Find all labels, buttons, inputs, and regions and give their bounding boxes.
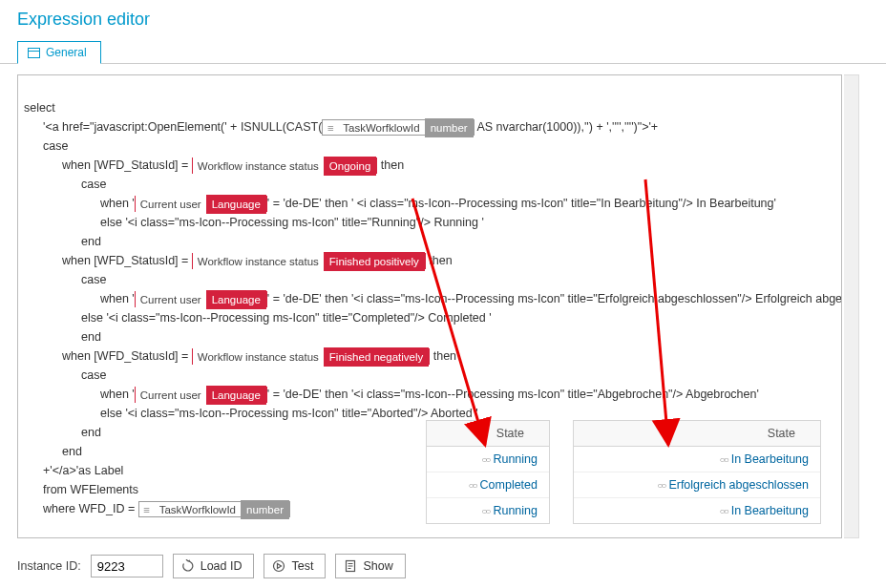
list-item[interactable]: ○○Running (427, 447, 549, 472)
footer-bar: Instance ID: Load ID Test Show (17, 554, 406, 578)
preview-header: State (427, 421, 549, 447)
token-wfstatus-ongoing[interactable]: Workflow instance statusOngoing (192, 158, 377, 174)
processing-icon: ○○ (720, 506, 728, 516)
folder-icon (28, 48, 40, 58)
list-icon: ≡ (323, 120, 338, 135)
processing-icon: ○○ (481, 506, 489, 516)
preview-table-de: State ○○In Bearbeitung ○○Erfolgreich abg… (573, 420, 821, 524)
token-curuser-lang-3[interactable]: Current userLanguage (135, 387, 267, 403)
document-icon (344, 559, 357, 573)
instance-id-label: Instance ID: (17, 559, 81, 573)
token-curuser-lang-1[interactable]: Current userLanguage (135, 196, 267, 212)
processing-icon: ○○ (720, 454, 728, 465)
tab-general[interactable]: General (17, 41, 101, 64)
load-id-button[interactable]: Load ID (173, 554, 255, 578)
processing-icon: ○○ (468, 480, 475, 491)
preview-table-en: State ○○Running ○○Completed ○○Running (426, 420, 550, 524)
token-wfstatus-finneg[interactable]: Workflow instance statusFinished negativ… (192, 348, 430, 365)
page-title: Expression editor (0, 0, 886, 37)
svg-point-2 (274, 561, 285, 572)
token-curuser-lang-2[interactable]: Current userLanguage (135, 291, 267, 307)
list-item[interactable]: ○○Completed (427, 472, 549, 498)
list-item[interactable]: ○○Erfolgreich abgeschlossen (574, 472, 820, 498)
processing-icon: ○○ (481, 454, 489, 465)
list-item[interactable]: ○○In Bearbeitung (574, 447, 820, 472)
tab-bar: General (0, 37, 886, 64)
play-icon (272, 559, 285, 573)
token-wfstatus-finpos[interactable]: Workflow instance statusFinished positiv… (192, 253, 426, 269)
show-button[interactable]: Show (335, 554, 405, 578)
preview-header: State (574, 421, 820, 447)
test-button[interactable]: Test (264, 554, 326, 578)
token-taskworkflowid[interactable]: ≡TaskWorfklowIdnumber (322, 119, 474, 136)
processing-icon: ○○ (657, 480, 664, 491)
refresh-icon (181, 559, 195, 573)
list-item[interactable]: ○○In Bearbeitung (574, 498, 820, 523)
list-icon: ≡ (139, 502, 155, 516)
tab-label: General (46, 46, 87, 59)
vertical-scrollbar[interactable] (844, 74, 859, 538)
list-item[interactable]: ○○Running (427, 498, 549, 523)
token-taskworkflowid-2[interactable]: ≡TaskWorfklowIdnumber (138, 501, 290, 517)
instance-id-input[interactable] (91, 555, 163, 578)
